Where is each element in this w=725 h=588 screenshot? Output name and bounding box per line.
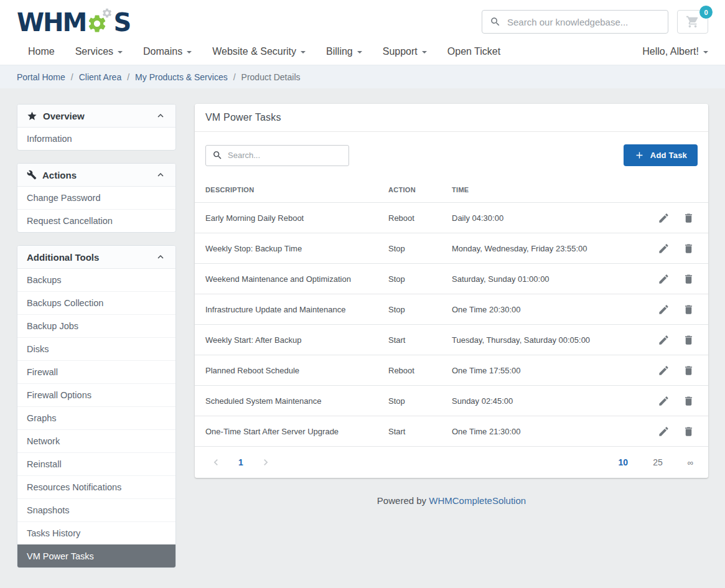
breadcrumb-bar: Portal Home/Client Area/My Products & Se… bbox=[0, 65, 725, 88]
delete-task-button[interactable] bbox=[683, 243, 695, 254]
edit-task-button[interactable] bbox=[658, 212, 670, 224]
delete-task-button[interactable] bbox=[683, 273, 695, 285]
sidebar-panel-actions: Actions Change PasswordRequest Cancellat… bbox=[17, 163, 176, 233]
edit-task-button[interactable] bbox=[658, 395, 670, 407]
table-row: Infrastructure Update and Maintenance St… bbox=[195, 294, 708, 324]
delete-task-button[interactable] bbox=[683, 304, 695, 315]
table-row: Scheduled System Maintenance Stop Sunday… bbox=[195, 385, 708, 416]
chevron-left-icon bbox=[210, 456, 222, 469]
sidebar-panel-additional-tools: Additional Tools BackupsBackups Collecti… bbox=[17, 245, 176, 568]
whmcs-logo[interactable]: WHM S bbox=[17, 7, 130, 37]
page-size-all[interactable]: ∞ bbox=[688, 458, 693, 467]
edit-task-button[interactable] bbox=[658, 273, 670, 285]
edit-task-button[interactable] bbox=[658, 426, 670, 437]
task-time: Monday, Wednesday, Friday 23:55:00 bbox=[452, 244, 658, 253]
knowledgebase-search-input[interactable] bbox=[507, 17, 660, 27]
sidebar-item-information[interactable]: Information bbox=[17, 128, 175, 150]
sidebar-item-change-password[interactable]: Change Password bbox=[17, 187, 175, 209]
knowledgebase-search bbox=[482, 10, 668, 34]
task-description: One-Time Start After Server Upgrade bbox=[195, 427, 388, 436]
task-search-input[interactable] bbox=[228, 151, 342, 160]
trash-icon bbox=[683, 426, 695, 437]
prev-page-button[interactable] bbox=[210, 456, 222, 469]
nav-item-website-security[interactable]: Website & Security bbox=[212, 46, 306, 57]
page-number[interactable]: 1 bbox=[238, 457, 243, 467]
edit-task-button[interactable] bbox=[658, 334, 670, 346]
powered-by-text: Powered by bbox=[377, 495, 429, 506]
pencil-icon bbox=[658, 395, 670, 407]
nav-item-open-ticket[interactable]: Open Ticket bbox=[447, 46, 500, 57]
sidebar-item-network[interactable]: Network bbox=[17, 429, 175, 452]
sidebar-item-disks[interactable]: Disks bbox=[17, 337, 175, 360]
trash-icon bbox=[683, 243, 695, 254]
sidebar-item-firewall-options[interactable]: Firewall Options bbox=[17, 383, 175, 406]
pencil-icon bbox=[658, 243, 670, 254]
task-time: Saturday, Sunday 01:00:00 bbox=[452, 274, 658, 284]
cart-button[interactable]: 0 bbox=[677, 10, 708, 34]
chevron-down-icon bbox=[703, 51, 708, 54]
nav-item-domains[interactable]: Domains bbox=[143, 46, 192, 57]
task-time: Sunday 02:45:00 bbox=[452, 396, 658, 406]
next-page-button[interactable] bbox=[260, 456, 272, 469]
powered-by: Powered by WHMCompleteSolution bbox=[195, 495, 708, 506]
nav-item-support[interactable]: Support bbox=[383, 46, 427, 57]
search-icon bbox=[212, 150, 223, 161]
plus-icon bbox=[634, 150, 645, 161]
trash-icon bbox=[683, 212, 695, 224]
nav-item-home[interactable]: Home bbox=[28, 46, 55, 57]
trash-icon bbox=[683, 365, 695, 376]
edit-task-button[interactable] bbox=[658, 243, 670, 254]
page-size-10[interactable]: 10 bbox=[619, 457, 629, 467]
delete-task-button[interactable] bbox=[683, 365, 695, 376]
table-row: Early Morning Daily Reboot Reboot Daily … bbox=[195, 202, 708, 233]
logo-text-s: S bbox=[113, 7, 130, 37]
sidebar-panel-header[interactable]: Additional Tools bbox=[17, 246, 175, 269]
sidebar-item-resources-notifications[interactable]: Resources Notifications bbox=[17, 475, 175, 498]
chevron-down-icon bbox=[357, 51, 362, 54]
breadcrumb-current: Product Details bbox=[241, 72, 301, 82]
task-toolbar: Add Task bbox=[195, 132, 708, 177]
sidebar-panel-header[interactable]: Overview bbox=[17, 105, 175, 128]
breadcrumb-link-my-products-services[interactable]: My Products & Services bbox=[135, 72, 228, 82]
task-action: Stop bbox=[388, 244, 452, 253]
breadcrumb-link-portal-home[interactable]: Portal Home bbox=[17, 72, 65, 82]
delete-task-button[interactable] bbox=[683, 426, 695, 437]
sidebar-item-snapshots[interactable]: Snapshots bbox=[17, 498, 175, 521]
task-description: Weekly Stop: Backup Time bbox=[195, 244, 388, 253]
pencil-icon bbox=[658, 273, 670, 285]
sidebar-item-backups[interactable]: Backups bbox=[17, 269, 175, 291]
sidebar-item-reinstall[interactable]: Reinstall bbox=[17, 452, 175, 475]
nav-item-billing[interactable]: Billing bbox=[326, 46, 362, 57]
account-menu[interactable]: Hello, Albert! bbox=[642, 46, 708, 57]
task-search bbox=[205, 145, 349, 166]
sidebar-item-graphs[interactable]: Graphs bbox=[17, 406, 175, 429]
edit-task-button[interactable] bbox=[658, 365, 670, 376]
sidebar-item-backup-jobs[interactable]: Backup Jobs bbox=[17, 314, 175, 337]
chevron-up-icon bbox=[155, 110, 166, 121]
sidebar-item-firewall[interactable]: Firewall bbox=[17, 360, 175, 383]
sidebar-item-vm-power-tasks[interactable]: VM Power Tasks bbox=[17, 544, 175, 567]
sidebar-panel-header[interactable]: Actions bbox=[17, 164, 175, 187]
chevron-down-icon bbox=[301, 51, 306, 54]
sidebar-item-request-cancellation[interactable]: Request Cancellation bbox=[17, 209, 175, 232]
sidebar-item-tasks-history[interactable]: Tasks History bbox=[17, 521, 175, 544]
chevron-down-icon bbox=[422, 51, 427, 54]
task-description: Early Morning Daily Reboot bbox=[195, 213, 388, 223]
chevron-down-icon bbox=[187, 51, 192, 54]
pencil-icon bbox=[658, 365, 670, 376]
edit-task-button[interactable] bbox=[658, 304, 670, 315]
delete-task-button[interactable] bbox=[683, 212, 695, 224]
delete-task-button[interactable] bbox=[683, 395, 695, 407]
sidebar-item-backups-collection[interactable]: Backups Collection bbox=[17, 291, 175, 314]
add-task-button[interactable]: Add Task bbox=[624, 144, 698, 166]
page-size-25[interactable]: 25 bbox=[653, 457, 663, 467]
nav-item-services[interactable]: Services bbox=[75, 46, 123, 57]
breadcrumb-link-client-area[interactable]: Client Area bbox=[79, 72, 121, 82]
table-header-row: DESCRIPTION ACTION TIME bbox=[195, 177, 708, 202]
whmcompletesolution-link[interactable]: WHMCompleteSolution bbox=[429, 495, 526, 506]
table-row: Weekly Stop: Backup Time Stop Monday, We… bbox=[195, 233, 708, 263]
task-action: Reboot bbox=[388, 366, 452, 375]
sidebar: Overview Information Actions Change Pass… bbox=[17, 104, 176, 581]
delete-task-button[interactable] bbox=[683, 334, 695, 346]
pencil-icon bbox=[658, 304, 670, 315]
